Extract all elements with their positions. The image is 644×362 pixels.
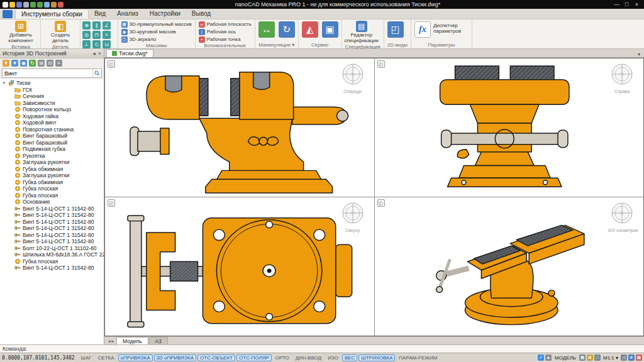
collapse-all-icon[interactable]: ⊟ bbox=[47, 60, 53, 67]
constraint-angle-button[interactable]: ∠ bbox=[103, 21, 111, 30]
print-icon[interactable] bbox=[23, 2, 29, 8]
tree-item[interactable]: Винт барашковый bbox=[2, 140, 104, 146]
save-icon[interactable] bbox=[16, 2, 22, 8]
status-toggle-ИЗО[interactable]: ИЗО bbox=[325, 354, 341, 361]
tree-item[interactable]: Подвижная губка bbox=[2, 146, 104, 153]
ribbon-tab-Вид[interactable]: Вид bbox=[89, 9, 111, 19]
dependencies-status-icon[interactable]: ✓ bbox=[538, 354, 544, 361]
specification-editor-button[interactable]: ▤Редактор спецификации bbox=[344, 20, 379, 44]
tree-item[interactable]: Ходовая гайка bbox=[2, 113, 104, 120]
document-tab[interactable]: Тиски.dwg* bbox=[106, 49, 153, 57]
constraint-symmetry-button[interactable]: ≡ bbox=[103, 31, 111, 39]
tree-item[interactable]: Болт 10-22-Ц-ОСТ 1 31102-80 bbox=[2, 245, 104, 252]
panel-settings-icon[interactable]: ≡ bbox=[55, 60, 62, 67]
array-rectangular-3d-button[interactable]: ▦3D-прямоугольный массив bbox=[120, 21, 193, 28]
array-circular-3d-button[interactable]: ◉3D-круговой массив bbox=[120, 28, 193, 35]
constraint-tangent-button[interactable]: ◇ bbox=[92, 40, 101, 48]
status-toggle-оПРИВЯЗКА[interactable]: оПРИВЯЗКА bbox=[118, 354, 153, 361]
status-toggle-3D оПРИВЯЗКА[interactable]: 3D оПРИВЯЗКА bbox=[154, 354, 196, 361]
constraint-insert-button[interactable]: ⊓ bbox=[92, 31, 101, 39]
status-toggle-ПАРАМ-РЕЖИМ[interactable]: ПАРАМ-РЕЖИМ bbox=[396, 354, 440, 361]
tree-item[interactable]: Губка плоская bbox=[2, 185, 104, 192]
ribbon-tab-Настройки[interactable]: Настройки bbox=[144, 9, 186, 19]
tree-item[interactable]: Винт 5-14-Ц-ОСТ 1 31542-80 bbox=[2, 212, 104, 219]
view-orientation-compass[interactable]: Спереди bbox=[339, 62, 367, 94]
layout-tab-Модель[interactable]: Модель bbox=[116, 337, 148, 344]
search-input[interactable] bbox=[3, 70, 92, 77]
filter-edit-icon[interactable]: ▼ bbox=[11, 60, 18, 67]
status-toggle-ОТС-ПОЛЯР[interactable]: ОТС-ПОЛЯР bbox=[236, 354, 272, 361]
status-toggle-ДИН-ВВОД[interactable]: ДИН-ВВОД bbox=[293, 354, 324, 361]
sound-icon[interactable]: ◁ bbox=[621, 354, 627, 361]
move-3d-button[interactable]: ↔ bbox=[258, 21, 275, 38]
viewport-control-icon[interactable]: ◱ bbox=[377, 60, 385, 68]
new-file-icon[interactable] bbox=[3, 2, 8, 8]
measure-button[interactable]: ▣ bbox=[322, 21, 338, 38]
parameters-manager-button[interactable]: fx bbox=[414, 21, 431, 38]
tree-item[interactable]: Винт 5-14-Ц-ОСТ 1 31542-80 bbox=[2, 232, 104, 239]
notifications-icon[interactable]: ▣ bbox=[636, 354, 642, 361]
tree-item[interactable]: Губка плоская bbox=[2, 258, 104, 265]
tree-item[interactable]: Винт 5-14-Ц-ОСТ 1 31542-80 bbox=[2, 225, 104, 232]
app-menu-button[interactable] bbox=[3, 10, 13, 18]
tree-item[interactable]: Зависимости bbox=[2, 100, 104, 107]
lock-ui-icon[interactable]: ⊠ bbox=[587, 354, 593, 361]
tree-item[interactable]: Губка обжимная bbox=[2, 166, 104, 173]
mirror-3d-button[interactable]: ◫3D-зеркало bbox=[120, 36, 193, 43]
redo-icon[interactable] bbox=[37, 2, 43, 8]
ribbon-tab-Вывод[interactable]: Вывод bbox=[186, 9, 216, 19]
work-point-button[interactable]: •Рабочая точка bbox=[197, 36, 253, 43]
panel-close-icon[interactable]: × bbox=[98, 50, 101, 57]
close-button[interactable]: × bbox=[632, 1, 641, 8]
viewport-control-icon[interactable]: ◱ bbox=[108, 199, 115, 207]
model-space-label[interactable]: МОДЕЛЬ bbox=[553, 355, 578, 361]
layout-tabs-nav-icon[interactable]: ◂ ▸ bbox=[106, 339, 116, 344]
add-component-button[interactable]: ⊞Добавить компонент bbox=[3, 20, 38, 44]
maximize-button[interactable]: □ bbox=[622, 1, 631, 8]
tree-item[interactable]: Заглушка рукоятки bbox=[2, 159, 104, 166]
tree-item[interactable]: Основание bbox=[2, 199, 104, 206]
tree-item[interactable]: Поворотная станина bbox=[2, 126, 104, 133]
tree-item[interactable]: Ходовой винт bbox=[2, 119, 104, 126]
check-assembly-button[interactable]: ◭ bbox=[302, 21, 318, 38]
document-tabs-menu-icon[interactable]: ▾ bbox=[634, 52, 644, 57]
constraint-concentric-button[interactable]: ◎ bbox=[82, 31, 91, 39]
minimize-button[interactable]: — bbox=[612, 1, 621, 8]
tree-item[interactable]: Винт 5-14-Ц-ОСТ 1 31542-80 bbox=[2, 265, 104, 272]
view-orientation-compass[interactable]: Справа bbox=[608, 62, 636, 94]
tree-item[interactable]: ▾Тиски bbox=[2, 80, 104, 87]
ribbon-tab-Анализ[interactable]: Анализ bbox=[111, 9, 144, 19]
command-input[interactable] bbox=[27, 346, 644, 352]
zoom-status-icon[interactable]: ⊕ bbox=[628, 354, 635, 361]
viewport-front-view[interactable]: ◱ Спереди bbox=[105, 58, 374, 197]
annotation-scale-value[interactable]: M1:1 ▾ bbox=[602, 355, 619, 361]
clean-screen-icon[interactable]: □ bbox=[594, 354, 601, 361]
status-toggle-ВЕС[interactable]: ВЕС bbox=[342, 354, 357, 361]
create-part-button[interactable]: ◧Создать деталь bbox=[43, 20, 78, 44]
ribbon-tab-Инструменты сборки[interactable]: Инструменты сборки bbox=[15, 9, 89, 19]
search-icon[interactable] bbox=[92, 69, 101, 77]
constraint-coincide-button[interactable]: ⊕ bbox=[82, 21, 91, 30]
tree-item[interactable]: Губка обжимная bbox=[2, 179, 104, 186]
status-toggle-СЕТКА[interactable]: СЕТКА bbox=[96, 354, 117, 361]
work-plane-button[interactable]: ▱Рабочая плоскость bbox=[197, 21, 253, 28]
layout-tab-А3[interactable]: А3 bbox=[149, 337, 168, 344]
tree-item[interactable]: Шпилька М3-6dх18.36.А ГОСТ 22032-76 bbox=[2, 251, 104, 258]
tree-item[interactable]: Губка плоская bbox=[2, 192, 104, 199]
viewport-control-icon[interactable]: ◱ bbox=[377, 199, 385, 207]
tree-item[interactable]: Поворотное кольцо bbox=[2, 106, 104, 113]
annotation-monitor-icon[interactable]: ▲ bbox=[545, 354, 552, 361]
status-toggle-ШАГ[interactable]: ШАГ bbox=[79, 354, 94, 361]
constraint-parallel-button[interactable]: ∥ bbox=[92, 21, 101, 30]
viewport-config-icon[interactable]: ▦ bbox=[579, 354, 586, 361]
tree-item[interactable]: ГСК bbox=[2, 87, 104, 94]
tree-item[interactable]: Винт 5-14-Ц-ОСТ 1 31542-80 bbox=[2, 206, 104, 212]
view-orientation-compass[interactable]: ЮЗ изометрия bbox=[608, 201, 636, 233]
tree-item[interactable]: Рукоятка bbox=[2, 153, 104, 160]
visibility-icon[interactable]: ◉ bbox=[20, 60, 27, 67]
panel-pin-icon[interactable]: ◂ bbox=[92, 50, 96, 57]
tree-item[interactable]: Винт барашковый bbox=[2, 133, 104, 140]
views-2d-button[interactable]: ◰ bbox=[387, 21, 404, 38]
refresh-icon[interactable]: ↻ bbox=[29, 60, 36, 67]
tree-item[interactable]: Заглушка рукоятки bbox=[2, 172, 104, 179]
